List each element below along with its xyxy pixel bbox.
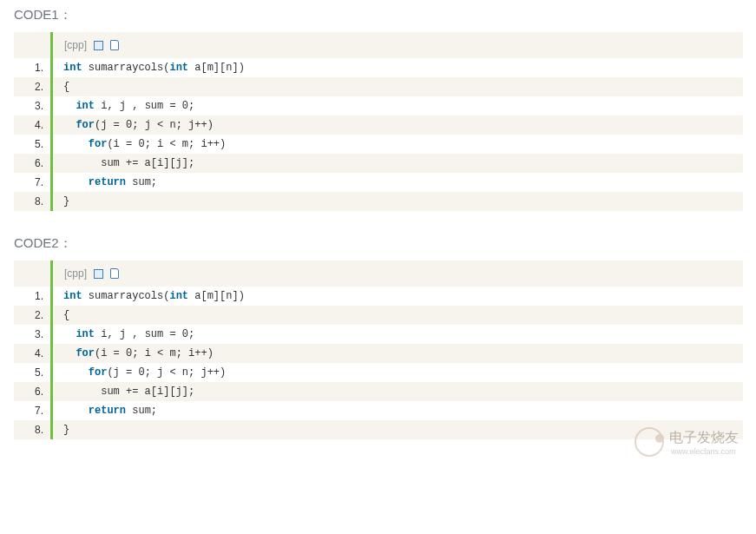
code-line: 4. for(i = 0; i < m; i++)	[14, 344, 743, 363]
line-content: return sum;	[63, 405, 157, 417]
line-accent-bar	[50, 96, 53, 115]
line-number: 4.	[14, 347, 50, 359]
line-number: 5.	[14, 366, 50, 379]
code-block: [cpp] 1.int sumarraycols(int a[m][n])2.{…	[14, 32, 743, 211]
line-content: for(j = 0; j < n; j++)	[63, 366, 226, 379]
line-number: 2.	[14, 81, 50, 93]
line-number: 2.	[14, 309, 50, 321]
code-line: 3. int i, j , sum = 0;	[14, 325, 743, 344]
line-number: 7.	[14, 176, 50, 188]
line-accent-bar	[50, 420, 53, 439]
code-line: 5. for(j = 0; j < n; j++)	[14, 363, 743, 382]
line-number: 4.	[14, 119, 50, 131]
line-number: 8.	[14, 424, 50, 436]
line-accent-bar	[50, 115, 53, 135]
code-line: 7. return sum;	[14, 401, 743, 420]
line-number: 5.	[14, 138, 50, 150]
line-number: 6.	[14, 386, 50, 398]
watermark: 电子发烧友 www.elecfans.com	[634, 427, 739, 457]
line-content: for(i = 0; i < m; i++)	[63, 138, 226, 150]
line-content: int sumarraycols(int a[m][n])	[63, 290, 245, 302]
code-header: [cpp]	[14, 260, 743, 287]
line-accent-bar	[50, 382, 53, 401]
line-content: }	[63, 424, 69, 436]
line-content: {	[63, 309, 69, 321]
view-plain-icon[interactable]	[94, 269, 103, 279]
line-accent-bar	[50, 173, 53, 192]
line-content: int i, j , sum = 0;	[63, 328, 194, 340]
line-accent-bar	[50, 325, 53, 344]
code-line: 8.}	[14, 420, 743, 439]
line-content: sum += a[i][j];	[63, 157, 194, 169]
code-section-2: CODE2： [cpp] 1.int sumarraycols(int a[m]…	[14, 235, 756, 439]
line-content: sum += a[i][j];	[63, 386, 194, 398]
line-content: for(i = 0; i < m; i++)	[63, 347, 214, 359]
code-line: 7. return sum;	[14, 173, 743, 192]
line-number: 3.	[14, 328, 50, 340]
line-accent-bar	[50, 77, 53, 96]
line-accent-bar	[50, 154, 53, 173]
code-line: 3. int i, j , sum = 0;	[14, 96, 743, 115]
section-title: CODE1：	[14, 7, 756, 23]
view-plain-icon[interactable]	[94, 41, 103, 50]
line-accent-bar	[50, 192, 53, 211]
line-number: 3.	[14, 100, 50, 112]
line-content: return sum;	[63, 176, 157, 188]
line-accent-bar	[50, 306, 53, 325]
code-section-1: CODE1： [cpp] 1.int sumarraycols(int a[m]…	[14, 7, 756, 211]
line-accent-bar	[50, 287, 53, 306]
line-accent-bar	[50, 401, 53, 420]
line-content: {	[63, 81, 69, 93]
line-content: for(j = 0; j < n; j++)	[63, 119, 214, 131]
lang-tag: [cpp]	[64, 267, 87, 280]
code-lines: 1.int sumarraycols(int a[m][n])2.{3. int…	[14, 58, 743, 211]
copy-icon[interactable]	[110, 40, 119, 50]
code-line: 2.{	[14, 306, 743, 325]
code-line: 4. for(j = 0; j < n; j++)	[14, 115, 743, 135]
lang-tag: [cpp]	[64, 39, 87, 51]
code-lines: 1.int sumarraycols(int a[m][n])2.{3. int…	[14, 287, 743, 439]
line-content: int sumarraycols(int a[m][n])	[63, 62, 245, 74]
line-accent-bar	[50, 344, 53, 363]
code-line: 1.int sumarraycols(int a[m][n])	[14, 287, 743, 306]
line-accent-bar	[50, 135, 53, 154]
code-block: [cpp] 1.int sumarraycols(int a[m][n])2.{…	[14, 260, 743, 439]
watermark-text: 电子发烧友	[669, 429, 739, 447]
code-line: 5. for(i = 0; i < m; i++)	[14, 135, 743, 154]
section-title: CODE2：	[14, 235, 756, 252]
code-line: 2.{	[14, 77, 743, 96]
line-content: int i, j , sum = 0;	[63, 100, 194, 112]
watermark-url: www.elecfans.com	[671, 447, 739, 456]
code-header: [cpp]	[14, 32, 743, 58]
copy-icon[interactable]	[110, 268, 119, 279]
line-content: }	[63, 195, 69, 208]
code-line: 6. sum += a[i][j];	[14, 154, 743, 173]
line-number: 7.	[14, 405, 50, 417]
watermark-logo-icon	[634, 427, 664, 457]
line-number: 6.	[14, 157, 50, 169]
code-line: 6. sum += a[i][j];	[14, 382, 743, 401]
line-number: 1.	[14, 62, 50, 74]
line-number: 1.	[14, 290, 50, 302]
line-accent-bar	[50, 58, 53, 77]
line-number: 8.	[14, 195, 50, 208]
line-accent-bar	[50, 363, 53, 382]
code-line: 8.}	[14, 192, 743, 211]
code-line: 1.int sumarraycols(int a[m][n])	[14, 58, 743, 77]
